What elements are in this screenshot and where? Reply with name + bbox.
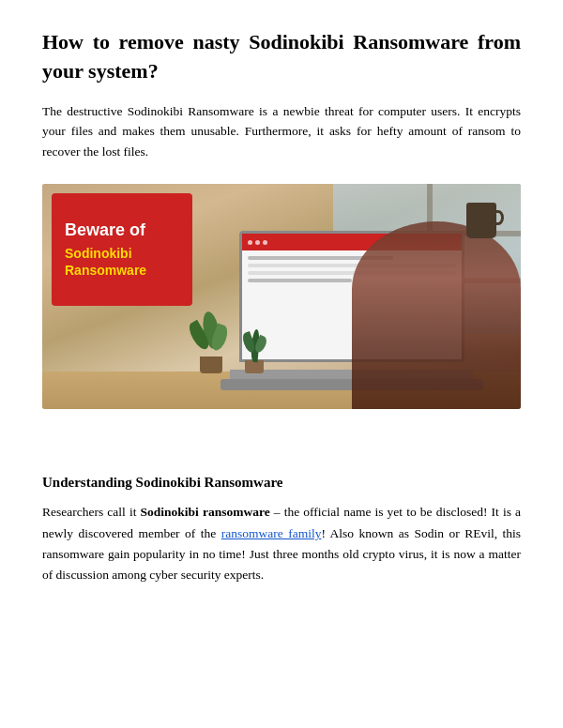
warning-overlay: Beware of Sodinokibi Ransomware bbox=[52, 193, 192, 306]
main-title: How to remove nasty Sodinokibi Ransomwar… bbox=[42, 28, 521, 86]
ransomware-family-link[interactable]: ransomware family bbox=[221, 526, 322, 540]
page-container: How to remove nasty Sodinokibi Ransomwar… bbox=[0, 0, 563, 623]
plant-leaves bbox=[192, 307, 230, 358]
human-silhouette bbox=[352, 221, 521, 409]
bold-ransomware-name: Sodinokibi ransomware bbox=[141, 505, 270, 519]
small-plant-leaves bbox=[242, 321, 266, 362]
sodinokibi-text: Sodinokibi Ransomware bbox=[65, 245, 146, 279]
plant-pot bbox=[200, 356, 222, 373]
intro-paragraph: The destructive Sodinokibi Ransomware is… bbox=[42, 101, 521, 162]
body-before-bold: Researchers call it bbox=[42, 505, 141, 519]
spacer-1 bbox=[42, 437, 521, 456]
coffee-cup bbox=[466, 203, 502, 245]
body-paragraph: Researchers call it Sodinokibi ransomwar… bbox=[42, 502, 521, 585]
beware-text: Beware of bbox=[65, 220, 145, 241]
screen-line-4 bbox=[248, 279, 352, 282]
screen-dot-3 bbox=[263, 240, 267, 245]
screen-dot-1 bbox=[248, 240, 252, 245]
spacer-2 bbox=[42, 456, 521, 475]
small-plant-pot bbox=[245, 360, 264, 373]
article-image: Beware of Sodinokibi Ransomware bbox=[42, 184, 521, 409]
section-heading: Understanding Sodinokibi Ransomware bbox=[42, 475, 521, 491]
small-plant-decoration bbox=[239, 322, 269, 373]
plant-decoration bbox=[192, 308, 230, 373]
screen-dot-2 bbox=[255, 240, 260, 245]
